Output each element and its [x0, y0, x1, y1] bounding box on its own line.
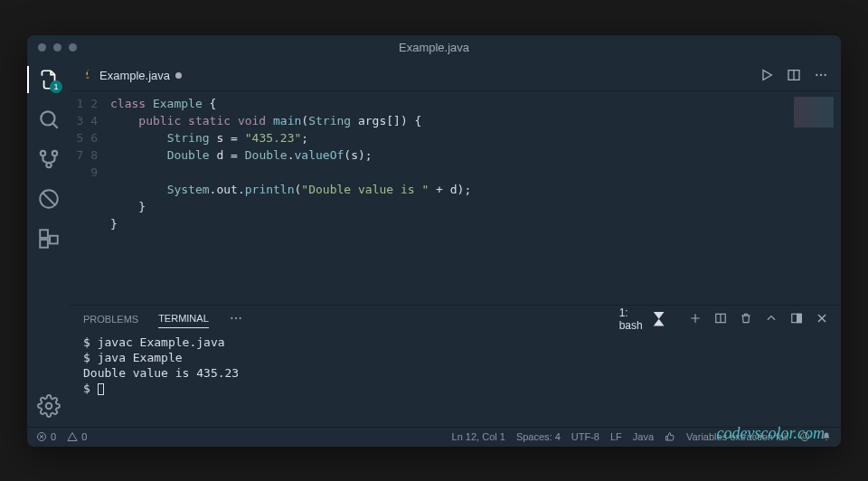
new-terminal-icon[interactable] [689, 312, 702, 326]
svg-point-14 [816, 74, 817, 76]
terminal-selector[interactable]: 1: bash [619, 307, 676, 332]
terminal-content[interactable]: $ javac Example.java$ java ExampleDouble… [71, 333, 841, 427]
tab-example-java[interactable]: Example.java [71, 61, 193, 90]
debug-icon[interactable] [37, 187, 61, 211]
more-actions-icon[interactable] [814, 66, 828, 84]
status-warnings[interactable]: 0 [67, 431, 87, 442]
svg-point-17 [231, 316, 232, 318]
activity-bar: 1 [27, 61, 71, 427]
split-editor-icon[interactable] [787, 66, 801, 84]
minimap-preview [794, 97, 834, 127]
split-terminal-icon[interactable] [714, 312, 727, 326]
maximize-panel-icon[interactable] [765, 312, 778, 326]
source-control-icon[interactable] [37, 147, 61, 171]
svg-rect-7 [40, 230, 48, 238]
status-errors[interactable]: 0 [36, 431, 56, 442]
terminal-tab[interactable]: TERMINAL [158, 309, 209, 328]
svg-marker-20 [653, 312, 664, 319]
terminal-actions: 1: bash [619, 307, 828, 332]
panel-tabs: PROBLEMS TERMINAL 1: bash [71, 306, 841, 333]
maximize-window-button[interactable] [69, 43, 77, 52]
tab-label: Example.java [99, 69, 170, 82]
watermark: codevscolor.com [717, 424, 825, 443]
toggle-panel-icon[interactable] [790, 312, 803, 326]
code-content[interactable]: class Example { public static void main(… [110, 91, 787, 305]
svg-point-2 [41, 150, 45, 155]
minimap[interactable] [787, 91, 841, 305]
unsaved-indicator-icon [175, 72, 182, 79]
titlebar: Example.java [27, 35, 841, 61]
close-window-button[interactable] [38, 43, 46, 52]
window-controls [27, 43, 77, 52]
svg-rect-27 [797, 314, 802, 322]
svg-point-4 [46, 162, 51, 166]
settings-gear-icon[interactable] [37, 394, 61, 418]
editor-window: Example.java 1 [27, 35, 841, 447]
kill-terminal-icon[interactable] [740, 312, 752, 326]
svg-point-10 [46, 402, 52, 409]
status-language[interactable]: Java [633, 431, 654, 442]
svg-point-3 [52, 150, 57, 155]
status-eol[interactable]: LF [610, 431, 622, 442]
problems-tab[interactable]: PROBLEMS [83, 310, 138, 328]
editor-group: Example.java 1 2 3 4 5 6 7 [71, 61, 841, 427]
status-encoding[interactable]: UTF-8 [571, 431, 599, 442]
panel-more-icon[interactable] [229, 311, 243, 327]
search-icon[interactable] [37, 108, 61, 131]
terminal-selector-label: 1: bash [619, 307, 643, 332]
explorer-badge: 1 [50, 80, 62, 93]
svg-point-0 [41, 111, 54, 125]
svg-marker-11 [763, 71, 771, 80]
svg-point-15 [820, 74, 822, 76]
line-gutter: 1 2 3 4 5 6 7 8 9 [71, 91, 110, 305]
status-spaces[interactable]: Spaces: 4 [516, 431, 561, 442]
svg-marker-21 [653, 319, 664, 326]
java-file-icon [81, 68, 94, 83]
svg-point-19 [239, 316, 241, 318]
tab-bar: Example.java [71, 61, 841, 91]
explorer-icon[interactable]: 1 [37, 68, 61, 91]
svg-line-1 [52, 123, 57, 127]
svg-point-16 [825, 74, 826, 76]
status-cursor[interactable]: Ln 12, Col 1 [452, 431, 505, 442]
run-icon[interactable] [760, 66, 774, 84]
svg-line-6 [43, 193, 55, 204]
window-title: Example.java [399, 41, 469, 54]
minimize-window-button[interactable] [53, 43, 61, 52]
editor[interactable]: 1 2 3 4 5 6 7 8 9 class Example { public… [71, 91, 841, 305]
bottom-panel: PROBLEMS TERMINAL 1: bash [71, 305, 841, 427]
workbench: 1 [27, 61, 841, 427]
svg-rect-9 [50, 235, 58, 243]
status-thumbs-icon[interactable] [665, 431, 675, 442]
extensions-icon[interactable] [37, 227, 61, 250]
close-panel-icon[interactable] [816, 312, 828, 326]
svg-point-18 [235, 316, 237, 318]
editor-actions [760, 66, 841, 84]
svg-rect-8 [40, 240, 48, 248]
